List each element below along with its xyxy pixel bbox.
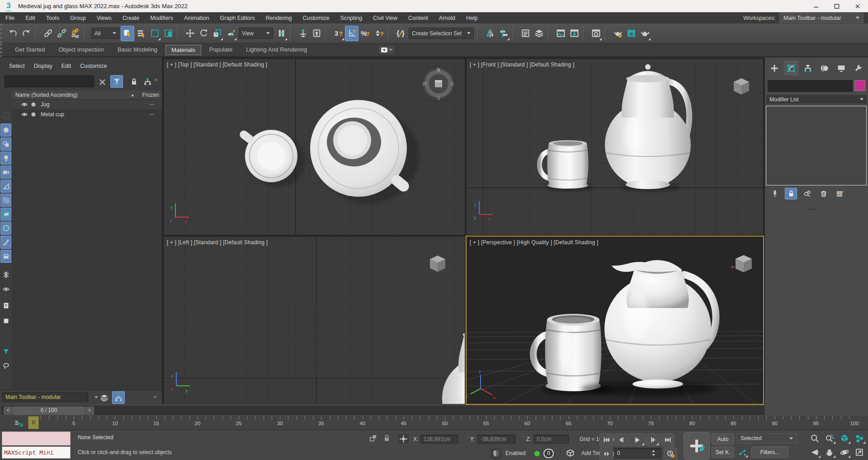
tab-modify[interactable]	[783, 61, 799, 76]
mute-count-badge[interactable]: 0	[543, 449, 554, 458]
go-to-start-button[interactable]	[599, 433, 613, 446]
layer-explorer-toggle-icon[interactable]	[98, 391, 110, 404]
view-cube-icon[interactable]	[731, 255, 752, 272]
maxscript-mini-listener-input[interactable]: MAXScript Mini	[2, 446, 71, 459]
mini-curve-editor-icon[interactable]	[12, 417, 25, 428]
close-button[interactable]	[847, 0, 868, 12]
remove-modifier-button[interactable]	[817, 188, 830, 199]
display-groups-icon[interactable]	[0, 208, 11, 221]
mirror-button[interactable]	[483, 26, 497, 41]
track-bar-playhead[interactable]: 0	[28, 416, 39, 429]
tab-create[interactable]	[767, 61, 782, 76]
material-editor-button[interactable]	[589, 26, 603, 41]
maximize-viewport-toggle-button[interactable]	[852, 446, 866, 459]
ribbon-minimize-dropdown[interactable]	[378, 46, 395, 54]
ribbon-tab-basic-modeling[interactable]: Basic Modeling	[112, 45, 163, 55]
metal-cup-object[interactable]	[539, 140, 593, 191]
viewport-compass[interactable]: N E S W	[422, 67, 454, 101]
object-dot-icon[interactable]	[30, 111, 37, 118]
next-frame-arrow[interactable]: >	[85, 407, 94, 415]
frozen-cell-icon[interactable]	[148, 101, 156, 108]
lock-explorer-button[interactable]	[127, 75, 140, 88]
object-name[interactable]: Metal cup	[41, 111, 64, 118]
zoom-all-button[interactable]	[822, 432, 836, 445]
select-object-button[interactable]	[121, 26, 134, 41]
display-lights-icon[interactable]	[0, 152, 11, 165]
menu-edit[interactable]: Edit	[20, 13, 41, 23]
viewport-left[interactable]: [ + ] [Left ] [Standard ] [Default Shadi…	[164, 237, 465, 404]
auto-key-button[interactable]: Auto	[712, 433, 734, 445]
orbit-button[interactable]	[837, 446, 851, 459]
jug-object[interactable]	[605, 64, 691, 192]
column-frozen-header[interactable]: Frozen	[139, 92, 159, 98]
render-setup-button[interactable]	[611, 26, 624, 41]
visibility-eye-icon[interactable]	[21, 111, 28, 118]
redo-button[interactable]	[19, 26, 33, 41]
animation-shield-icon[interactable]	[490, 448, 502, 459]
display-space-warps-icon[interactable]	[0, 194, 11, 207]
current-frame-field[interactable]: 0	[614, 448, 661, 458]
explorer-column-headers[interactable]: Name (Sorted Ascending) ▲ Frozen	[12, 90, 162, 100]
viewport-front-label[interactable]: [ + ] [Front ] [Standard ] [Default Shad…	[470, 62, 574, 68]
time-slider-handle[interactable]: 0 / 100	[13, 407, 85, 415]
select-and-manipulate-button[interactable]	[296, 26, 310, 41]
x-coordinate-field[interactable]: 128,891cm	[420, 435, 458, 444]
display-geometry-icon[interactable]	[0, 123, 11, 137]
menu-animation[interactable]: Animation	[179, 13, 215, 23]
funnel-icon[interactable]	[0, 345, 11, 358]
ribbon-tab-object-inspection[interactable]: Object Inspection	[53, 45, 109, 55]
zoom-extents-selected-button[interactable]	[837, 432, 851, 445]
select-and-scale-button[interactable]	[210, 26, 224, 41]
clear-search-icon[interactable]	[96, 76, 108, 88]
visibility-eye-icon[interactable]	[21, 101, 28, 108]
render-production-button[interactable]	[638, 26, 651, 41]
percent-snap-toggle-button[interactable]: %?	[359, 26, 372, 41]
angle-snap-toggle-button[interactable]: ?	[345, 26, 359, 41]
explorer-overflow-chevrons[interactable]: »	[155, 76, 158, 83]
filters-button[interactable]: Filters...	[751, 446, 788, 458]
column-name-header[interactable]: Name (Sorted Ascending)	[15, 92, 77, 98]
workspace-dropdown[interactable]: Main Toolbar - modular	[779, 13, 863, 23]
previous-frame-button[interactable]	[614, 433, 627, 446]
isolate-selection-icon[interactable]	[369, 434, 377, 442]
curve-editor-button[interactable]	[554, 26, 567, 41]
workspace-selector[interactable]: Main Toolbar - modular	[2, 392, 88, 402]
menu-rendering[interactable]: Rendering	[260, 13, 297, 23]
viewport-perspective-label[interactable]: [ + ] [Perspective ] [High Quality ] [De…	[470, 239, 599, 246]
jug-object[interactable]	[581, 260, 717, 396]
menu-graph-editors[interactable]: Graph Editors	[215, 13, 260, 23]
toggle-scene-explorer-button[interactable]	[519, 26, 532, 41]
menu-file[interactable]: File	[0, 13, 20, 23]
select-and-rotate-button[interactable]	[197, 26, 210, 41]
z-coordinate-field[interactable]: 0,0cm	[533, 435, 569, 444]
object-name-field[interactable]	[768, 80, 853, 92]
display-hidden-icon[interactable]	[0, 283, 11, 296]
zoom-extents-all-button[interactable]	[852, 432, 866, 445]
viewport-perspective[interactable]: [ + ] [Perspective ] [High Quality ] [De…	[466, 236, 764, 405]
ribbon-tab-lighting-and-rendering[interactable]: Lighting And Rendering	[241, 45, 312, 55]
ribbon-tab-get-started[interactable]: Get Started	[9, 45, 50, 55]
ribbon-tab-populate[interactable]: Populate	[204, 45, 238, 55]
key-filters-icon[interactable]	[736, 446, 749, 458]
viewport-top-label[interactable]: [ + ] [Top ] [Standard ] [Default Shadin…	[167, 62, 267, 68]
key-mode-toggle-button[interactable]	[599, 447, 613, 460]
display-containers-icon[interactable]	[0, 250, 11, 263]
rollout-grip[interactable]: ▪▪▪	[808, 207, 816, 212]
select-and-link-button[interactable]	[41, 26, 55, 41]
explorer-menu-customize[interactable]: Customize	[75, 61, 111, 71]
explorer-empty-area[interactable]	[12, 119, 162, 390]
select-by-name-button[interactable]	[134, 26, 148, 41]
ribbon-tab-materials[interactable]: Materials	[165, 45, 201, 55]
unlink-selection-button[interactable]	[55, 26, 68, 41]
y-coordinate-field[interactable]: -38,839cm	[477, 435, 515, 444]
dope-sheet-button[interactable]	[567, 26, 581, 41]
tab-display[interactable]	[834, 61, 849, 76]
go-to-end-button[interactable]	[661, 433, 675, 446]
object-dot-icon[interactable]	[30, 101, 37, 108]
viewport-top[interactable]: [ + ] [Top ] [Standard ] [Default Shadin…	[164, 59, 465, 235]
lock-stack-button[interactable]	[785, 188, 797, 199]
display-cameras-icon[interactable]	[0, 166, 11, 179]
tab-hierarchy[interactable]	[800, 61, 816, 76]
viewport-front[interactable]: [ + ] [Front ] [Standard ] [Default Shad…	[467, 59, 763, 235]
menu-views[interactable]: Views	[91, 13, 117, 23]
